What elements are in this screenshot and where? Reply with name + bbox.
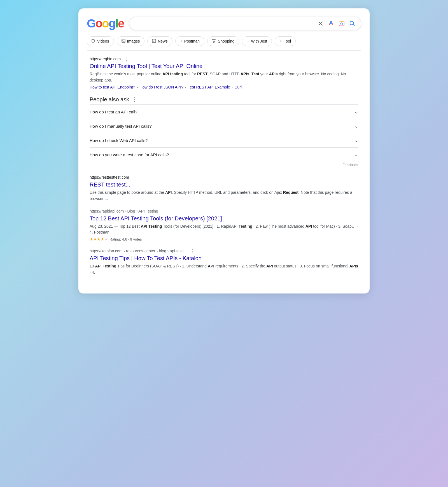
svg-rect-12 (122, 39, 125, 43)
star-icons: ★★★★★ (90, 237, 108, 242)
logo-o2: o (102, 18, 109, 29)
tab-postman[interactable]: + Postman (175, 36, 205, 46)
svg-rect-10 (92, 39, 94, 42)
paa-item-3[interactable]: How do I check Web API calls? ⌄ (90, 133, 358, 147)
result-link-2[interactable]: How do I test JSON API? (140, 85, 183, 89)
search-input[interactable]: test api calls (134, 21, 314, 27)
news-icon (152, 39, 156, 44)
result-breadcrumb-3: https://rapidapi.com › Blog › API Testin… (90, 209, 158, 213)
tab-news[interactable]: News (147, 36, 172, 46)
header: Google test api calls (87, 17, 361, 30)
microphone-icon (328, 20, 334, 27)
tab-postman-label: Postman (184, 39, 200, 43)
result-desc-2: Use this simple page to poke around at t… (90, 190, 358, 202)
tab-images[interactable]: Images (117, 36, 145, 46)
result-link-3[interactable]: Test REST API Example (188, 85, 230, 89)
search-button[interactable] (349, 20, 356, 27)
result-desc-3: Aug 23, 2021 — Top 12 Best API Testing T… (90, 223, 358, 236)
svg-point-19 (214, 42, 215, 42)
plus-icon-tool: + (279, 39, 282, 44)
svg-rect-5 (339, 22, 344, 26)
link-sep-2: · (185, 85, 186, 89)
result-desc: ReqBin is the world's most popular onlin… (90, 71, 358, 83)
result-reqbin: https://reqbin.com ⋮ Online API Testing … (90, 56, 358, 89)
search-results-card: Google test api calls (78, 8, 370, 293)
result-url-row-2: https://resttesttest.com ⋮ (90, 175, 358, 180)
result-url-2: https://resttesttest.com (90, 175, 129, 180)
svg-point-6 (340, 23, 342, 25)
paa-header: People also ask ⋮ (90, 96, 358, 103)
paa-item-4[interactable]: How do you write a test case for API cal… (90, 147, 358, 162)
clear-button[interactable] (317, 20, 324, 27)
paa-title: People also ask (90, 96, 129, 103)
search-icon-group (317, 20, 356, 27)
tab-videos[interactable]: Videos (87, 36, 114, 46)
result-path-sep: › Blog › API Testing (125, 209, 158, 213)
lens-button[interactable] (338, 20, 345, 27)
plus-icon-withjest: + (247, 39, 249, 44)
chevron-down-icon-4: ⌄ (354, 152, 358, 158)
results-container: https://reqbin.com ⋮ Online API Testing … (87, 56, 361, 276)
svg-rect-7 (340, 21, 342, 22)
rating-text: Rating: 4.6 · 9 votes (109, 237, 142, 241)
link-sep-3: · (232, 85, 233, 89)
result-links: How to test API Endpoint? · How do I tes… (90, 85, 358, 89)
google-logo: Google (87, 18, 124, 29)
result-link-1[interactable]: How to test API Endpoint? (90, 85, 135, 89)
tab-shopping-label: Shopping (218, 39, 234, 43)
logo-g1: G (87, 18, 95, 29)
tab-news-label: News (158, 39, 167, 43)
voice-search-button[interactable] (327, 20, 335, 27)
search-bar: test api calls (129, 17, 361, 30)
chevron-down-icon-1: ⌄ (354, 109, 358, 115)
tab-tool[interactable]: + Tool (275, 36, 296, 46)
search-icon (349, 20, 355, 27)
rating-row-3: ★★★★★ Rating: 4.6 · 9 votes (90, 237, 358, 242)
result-more-button[interactable]: ⋮ (123, 56, 130, 61)
result-title-2[interactable]: REST test test... (90, 181, 358, 188)
svg-point-18 (213, 42, 214, 42)
paa-feedback[interactable]: Feedback (90, 162, 358, 167)
svg-point-13 (122, 40, 123, 41)
result-link-4[interactable]: Curl (234, 85, 242, 89)
videos-icon (92, 39, 95, 44)
paa-question-3: How do I check Web API calls? (90, 138, 148, 143)
result-domain-3: https://rapidapi.com (90, 209, 124, 213)
result-rapidapi: https://rapidapi.com › Blog › API Testin… (90, 209, 358, 242)
link-sep: · (137, 85, 138, 89)
paa-item-1[interactable]: How do I test an API call? ⌄ (90, 104, 358, 119)
tab-shopping[interactable]: Shopping (207, 36, 239, 46)
result-title-3[interactable]: Top 12 Best API Testing Tools (for Devel… (90, 215, 358, 222)
result-more-button-4[interactable]: ⋮ (189, 248, 196, 253)
tab-withjest-label: With Jest (251, 39, 267, 43)
camera-icon (339, 20, 345, 27)
tab-images-label: Images (127, 39, 140, 43)
result-more-button-3[interactable]: ⋮ (160, 209, 168, 214)
filter-tabs: Videos Images News + Postman Shopping + (87, 36, 361, 51)
result-more-button-2[interactable]: ⋮ (131, 175, 139, 180)
plus-icon-postman: + (180, 39, 183, 44)
svg-line-9 (353, 24, 354, 26)
logo-o1: o (95, 18, 102, 29)
chevron-down-icon-3: ⌄ (354, 137, 358, 143)
result-path-sep-4: › resources-center › blog › api-testi... (123, 249, 187, 253)
result-url-row-3: https://rapidapi.com › Blog › API Testin… (90, 209, 358, 214)
paa-item-2[interactable]: How do I manually test API calls? ⌄ (90, 119, 358, 133)
tab-videos-label: Videos (97, 39, 109, 43)
logo-l: l (115, 18, 118, 29)
paa-more-button[interactable]: ⋮ (132, 96, 137, 103)
result-title-4[interactable]: API Testing Tips | How To Test APIs - Ka… (90, 255, 358, 262)
result-resttesttest: https://resttesttest.com ⋮ REST test tes… (90, 175, 358, 202)
logo-e: e (118, 18, 124, 29)
result-url-row: https://reqbin.com ⋮ (90, 56, 358, 61)
result-url: https://reqbin.com (90, 57, 121, 61)
result-url-row-4: https://katalon.com › resources-center ›… (90, 248, 358, 253)
tab-withjest[interactable]: + With Jest (242, 36, 272, 46)
tab-tool-label: Tool (284, 39, 291, 43)
result-desc-4: 10 API Testing Tips for Beginners (SOAP … (90, 263, 358, 275)
result-breadcrumb-4: https://katalon.com › resources-center ›… (90, 249, 187, 253)
paa-question-2: How do I manually test API calls? (90, 124, 152, 129)
paa-question-1: How do I test an API call? (90, 109, 137, 114)
result-title[interactable]: Online API Testing Tool | Test Your API … (90, 62, 358, 70)
chevron-down-icon-2: ⌄ (354, 123, 358, 129)
